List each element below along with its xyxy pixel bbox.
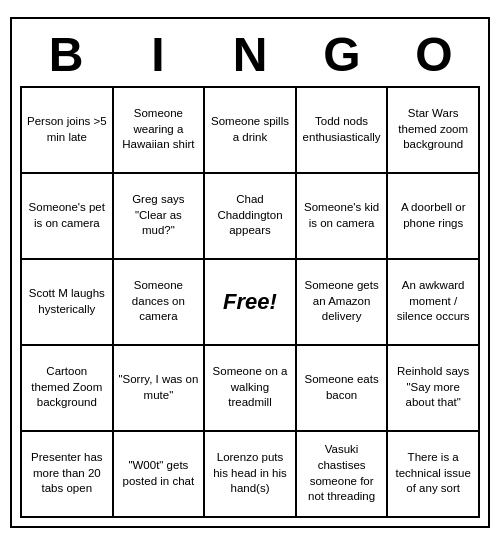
bingo-cell-17[interactable]: Someone on a walking treadmill: [204, 345, 296, 431]
bingo-cell-6[interactable]: Greg says "Clear as mud?": [113, 173, 205, 259]
bingo-grid: Person joins >5 min lateSomeone wearing …: [20, 86, 480, 518]
bingo-letter-g: G: [298, 27, 386, 82]
bingo-cell-24[interactable]: There is a technical issue of any sort: [387, 431, 479, 517]
bingo-cell-22[interactable]: Lorenzo puts his head in his hand(s): [204, 431, 296, 517]
bingo-cell-3[interactable]: Todd nods enthusiastically: [296, 87, 388, 173]
bingo-cell-23[interactable]: Vasuki chastises someone for not threadi…: [296, 431, 388, 517]
bingo-cell-12[interactable]: Free!: [204, 259, 296, 345]
bingo-letter-b: B: [22, 27, 110, 82]
bingo-letter-i: I: [114, 27, 202, 82]
bingo-cell-20[interactable]: Presenter has more than 20 tabs open: [21, 431, 113, 517]
bingo-cell-16[interactable]: "Sorry, I was on mute": [113, 345, 205, 431]
bingo-header: BINGO: [20, 27, 480, 82]
bingo-cell-9[interactable]: A doorbell or phone rings: [387, 173, 479, 259]
bingo-cell-0[interactable]: Person joins >5 min late: [21, 87, 113, 173]
bingo-letter-n: N: [206, 27, 294, 82]
bingo-cell-2[interactable]: Someone spills a drink: [204, 87, 296, 173]
bingo-cell-1[interactable]: Someone wearing a Hawaiian shirt: [113, 87, 205, 173]
bingo-cell-19[interactable]: Reinhold says "Say more about that": [387, 345, 479, 431]
bingo-card: BINGO Person joins >5 min lateSomeone we…: [10, 17, 490, 528]
bingo-cell-7[interactable]: Chad Chaddington appears: [204, 173, 296, 259]
bingo-cell-21[interactable]: "W00t" gets posted in chat: [113, 431, 205, 517]
bingo-cell-4[interactable]: Star Wars themed zoom background: [387, 87, 479, 173]
bingo-cell-8[interactable]: Someone's kid is on camera: [296, 173, 388, 259]
bingo-cell-14[interactable]: An awkward moment / silence occurs: [387, 259, 479, 345]
bingo-cell-11[interactable]: Someone dances on camera: [113, 259, 205, 345]
bingo-cell-13[interactable]: Someone gets an Amazon delivery: [296, 259, 388, 345]
bingo-cell-10[interactable]: Scott M laughs hysterically: [21, 259, 113, 345]
bingo-cell-18[interactable]: Someone eats bacon: [296, 345, 388, 431]
bingo-cell-15[interactable]: Cartoon themed Zoom background: [21, 345, 113, 431]
bingo-letter-o: O: [390, 27, 478, 82]
bingo-cell-5[interactable]: Someone's pet is on camera: [21, 173, 113, 259]
